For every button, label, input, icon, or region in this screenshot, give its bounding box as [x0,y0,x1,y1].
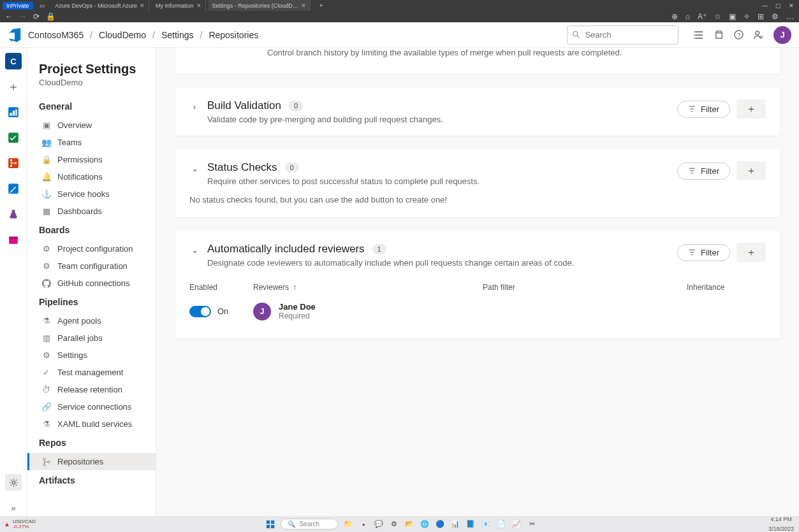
sidebar-item-test-mgmt[interactable]: ✓Test management [27,364,156,381]
svg-line-1 [577,36,580,38]
chevron-down-icon[interactable]: ⌄ [189,243,200,255]
user-settings-icon[interactable] [754,30,763,40]
close-icon[interactable]: ✕ [301,3,306,9]
close-icon[interactable]: ✕ [140,3,145,9]
rail-add-icon[interactable]: ＋ [5,78,22,95]
user-avatar[interactable]: J [773,26,791,44]
taskbar-app-icon[interactable]: 💬 [374,519,384,529]
col-header-inheritance[interactable]: Inheritance [687,283,766,292]
toolbar-icon[interactable]: ✧ [744,12,750,21]
window-close-icon[interactable]: ✕ [789,3,794,9]
rail-settings-icon[interactable] [5,474,22,491]
reviewer-avatar: J [253,303,271,320]
tab-view-icon[interactable]: ▭ [36,3,49,9]
sidebar-item-team-config[interactable]: ⚙Team configuration [27,257,156,275]
enabled-toggle[interactable] [189,306,211,317]
sidebar-item-notifications[interactable]: 🔔Notifications [27,168,156,185]
taskbar-app-icon[interactable]: ✂ [527,519,537,529]
toolbar-icon[interactable]: ⊕ [671,12,678,21]
work-items-icon[interactable] [694,30,704,40]
sidebar-item-github-conn[interactable]: GitHub connections [27,275,156,292]
add-button[interactable]: ＋ [737,161,766,180]
browser-tab-0[interactable]: Azure DevOps - Microsoft Azure✕ [52,0,150,11]
sidebar-item-service-conn[interactable]: 🔗Service connections [27,398,156,415]
sidebar-item-release-retention[interactable]: ⏱Release retention [27,381,156,398]
sidebar-item-dashboards[interactable]: ▦Dashboards [27,203,156,220]
breadcrumb-settings[interactable]: Settings [161,30,194,40]
taskbar-app-icon[interactable]: 📂 [404,519,414,529]
col-header-reviewers[interactable]: Reviewers↑ [253,283,483,292]
taskbar-stock-widget[interactable]: ▲ USD/CAD -0.27% [0,519,40,529]
taskbar-app-icon[interactable]: 📈 [511,519,522,529]
refresh-icon[interactable]: ⟳ [33,12,40,21]
new-tab-button[interactable]: ＋ [313,1,329,10]
rail-project-icon[interactable]: C [5,53,22,69]
azure-devops-logo-icon[interactable] [8,28,22,42]
breadcrumb-repositories[interactable]: Repositories [209,30,258,40]
reviewer-row[interactable]: On J Jane Doe Required [189,296,766,327]
filter-icon [688,105,696,113]
taskbar-app-icon[interactable]: 🔵 [435,519,445,529]
taskbar-app-icon[interactable]: 📄 [496,519,506,529]
chevron-down-icon[interactable]: ⌄ [189,161,200,173]
sidebar-item-overview[interactable]: ▣Overview [27,117,156,134]
taskbar-app-icon[interactable]: 🌐 [420,519,430,529]
close-icon[interactable]: ✕ [196,3,202,9]
sidebar-item-teams[interactable]: 👥Teams [27,134,156,151]
toolbar-icon[interactable]: ☆ [714,12,721,21]
toolbar-icon[interactable]: ▣ [729,12,736,21]
window-maximize-icon[interactable]: ▢ [775,3,781,9]
toolbar-icon[interactable]: A⁺ [698,12,707,21]
filter-button[interactable]: Filter [677,244,730,261]
filter-button[interactable]: Filter [677,162,730,180]
add-button[interactable]: ＋ [737,243,766,262]
taskbar-clock[interactable]: 4:14 PM 3/18/2023 [763,517,799,532]
rail-repos-icon[interactable] [5,155,22,171]
start-icon[interactable] [265,519,275,529]
help-icon[interactable]: ? [734,30,744,40]
sidebar-item-parallel-jobs[interactable]: ▥Parallel jobs [27,329,156,347]
sidebar-item-project-config[interactable]: ⚙Project configuration [27,240,156,257]
breadcrumb-org[interactable]: ContosoM365 [28,30,84,40]
taskbar-search[interactable]: 🔍Search [281,519,338,529]
forward-icon[interactable]: → [19,12,27,21]
taskbar-app-icon[interactable]: 📧 [481,519,491,529]
add-button[interactable]: ＋ [737,99,766,119]
browser-tab-2[interactable]: Settings - Repositories (CloudD…✕ [209,0,311,11]
taskbar-app-icon[interactable]: 📘 [465,519,476,529]
toolbar-icon[interactable]: ⌂ [685,12,690,21]
col-header-path[interactable]: Path filter [483,283,687,292]
rail-overview-icon[interactable] [5,104,22,120]
taskbar-app-icon[interactable]: ⚙ [389,519,399,529]
lock-icon[interactable]: 🔒 [46,12,55,21]
window-minimize-icon[interactable]: — [762,3,768,9]
col-header-enabled[interactable]: Enabled [189,283,253,292]
toolbar-icon[interactable]: ⚙ [772,12,779,21]
toolbar-icon[interactable]: … [786,12,794,21]
rail-pipelines-icon[interactable] [5,180,22,197]
marketplace-icon[interactable] [714,30,724,40]
browser-tab-1[interactable]: My Information✕ [152,0,206,11]
sidebar-item-service-hooks[interactable]: ⚓Service hooks [27,185,156,203]
global-search[interactable] [567,25,678,45]
rail-expand-icon[interactable]: » [5,500,22,516]
taskbar-app-icon[interactable]: 📁 [343,519,353,529]
nav-rail: C ＋ » [0,48,27,516]
filter-button[interactable]: Filter [677,101,730,118]
sidebar-item-permissions[interactable]: 🔒Permissions [27,151,156,168]
svg-point-0 [573,32,578,36]
sidebar-item-agent-pools[interactable]: ⚗Agent pools [27,312,156,329]
taskbar-app-icon[interactable]: 📊 [450,519,460,529]
chevron-right-icon[interactable]: › [189,99,200,111]
sidebar-item-settings[interactable]: ⚙Settings [27,347,156,364]
back-icon[interactable]: ← [5,12,13,21]
toolbar-icon[interactable]: ⊞ [758,12,764,21]
breadcrumb-project[interactable]: CloudDemo [99,30,146,40]
taskbar-app-icon[interactable]: ▪ [358,519,369,529]
search-input[interactable] [585,30,673,40]
rail-artifacts-icon[interactable] [5,231,22,248]
rail-testplans-icon[interactable] [5,206,22,222]
rail-boards-icon[interactable] [5,129,22,146]
sidebar-item-repositories[interactable]: Repositories [27,453,156,470]
sidebar-item-xaml[interactable]: ⚗XAML build services [27,415,156,433]
